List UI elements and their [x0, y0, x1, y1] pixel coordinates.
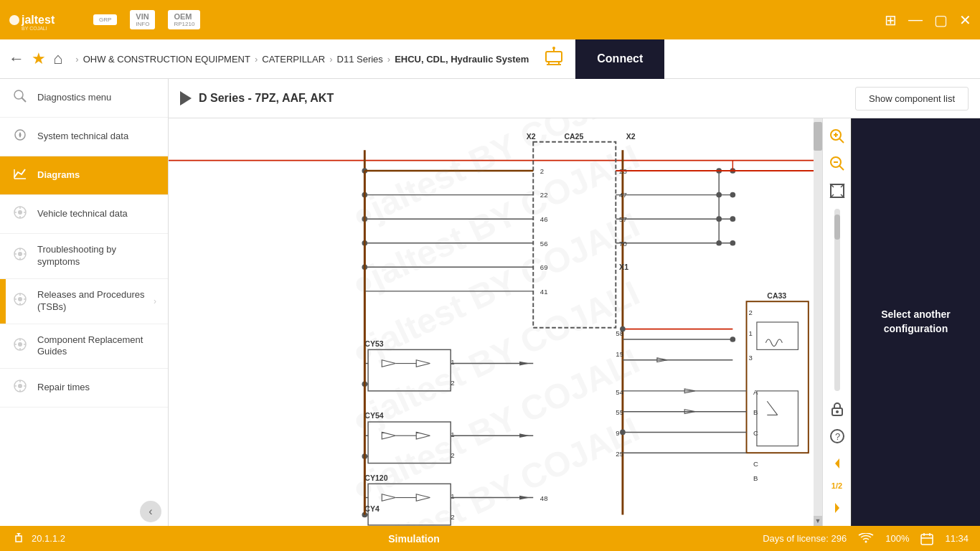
svg-text:1: 1: [748, 329, 752, 337]
svg-point-77: [730, 216, 736, 222]
svg-point-171: [836, 410, 839, 413]
bottombar: 20.1.1.2 Simulation Days of license: 296…: [0, 526, 980, 551]
bottombar-right: Days of license: 296 100% 11:34: [763, 532, 969, 545]
sidebar-collapse-area: ‹: [0, 501, 169, 522]
minimize-icon[interactable]: —: [908, 11, 923, 28]
sidebar-item-repair-times-label: Repair times: [37, 382, 156, 394]
usb-icon: [11, 533, 26, 545]
breadcrumb-item-3[interactable]: EHCU, CDL, Hydraulic System: [395, 54, 529, 65]
home-button[interactable]: ⌂: [53, 50, 62, 68]
svg-text:C: C: [753, 429, 758, 437]
sidebar-item-releases-procedures[interactable]: Releases and Procedures (TSBs) ›: [0, 279, 168, 324]
connect-button[interactable]: Connect: [575, 39, 664, 79]
sidebar-item-repair-times[interactable]: Repair times: [0, 369, 168, 408]
navbar-left: ← ★ ⌂ › OHW & CONSTRUCTION EQUIPMENT › C…: [0, 50, 543, 68]
diagnostics-menu-icon: [11, 89, 29, 107]
svg-point-74: [730, 192, 736, 198]
sidebar-item-system-technical-data[interactable]: System technical data: [0, 118, 168, 156]
diagram-area[interactable]: ●jaltest BY COJALI ●jaltest BY COJALI ●j…: [169, 118, 822, 526]
lock-icon[interactable]: [825, 397, 849, 421]
svg-text:CY4: CY4: [364, 504, 380, 513]
calendar-icon: [920, 532, 933, 545]
svg-text:jaltest: jaltest: [21, 14, 55, 26]
scrollbar-down-arrow[interactable]: ▼: [814, 516, 822, 526]
svg-point-128: [730, 336, 736, 342]
sidebar-item-component-replacement[interactable]: Component Replacement Guides: [0, 324, 168, 369]
close-icon[interactable]: ✕: [959, 11, 971, 29]
svg-text:2: 2: [451, 513, 454, 521]
svg-text:22: 22: [540, 191, 548, 199]
svg-text:2: 2: [540, 167, 544, 175]
connection-status-icon[interactable]: [543, 46, 565, 72]
help-icon[interactable]: ?: [825, 424, 849, 448]
show-component-list-button[interactable]: Show component list: [855, 87, 969, 110]
breadcrumb-sep-0: ›: [75, 54, 78, 65]
svg-text:3: 3: [748, 354, 752, 362]
grp-button[interactable]: GRP: [93, 14, 117, 25]
svg-point-27: [18, 297, 22, 301]
releases-arrow-icon: ›: [154, 296, 156, 306]
svg-text:C: C: [753, 460, 758, 468]
breadcrumb-item-1[interactable]: CATERPILLAR: [262, 54, 325, 65]
releases-icon: [11, 292, 29, 310]
arrow-right-button[interactable]: [825, 496, 849, 520]
svg-text:70: 70: [619, 240, 627, 248]
sidebar-item-troubleshooting-by-symptoms[interactable]: Troubleshooting by symptoms: [0, 234, 168, 279]
sidebar-item-diagnostics-menu[interactable]: Diagnostics menu: [0, 79, 168, 118]
svg-rect-3: [546, 52, 562, 62]
svg-text:BY COJALI: BY COJALI: [22, 26, 47, 31]
vertical-scroll-track[interactable]: [834, 209, 840, 391]
sidebar-item-diagrams-label: Diagrams: [37, 169, 156, 182]
favorites-button[interactable]: ★: [32, 50, 46, 68]
svg-text:57: 57: [619, 215, 627, 223]
maximize-icon[interactable]: ▢: [934, 11, 948, 29]
breadcrumb-item-0[interactable]: OHW & CONSTRUCTION EQUIPMENT: [83, 54, 250, 65]
breadcrumb-item-2[interactable]: D11 Series: [337, 54, 383, 65]
svg-text:48: 48: [540, 494, 548, 502]
sidebar-item-releases-label: Releases and Procedures (TSBs): [37, 289, 145, 314]
bottombar-left: 20.1.1.2: [11, 533, 65, 545]
content-header: D Series - 7PZ, AAF, AKT Show component …: [169, 79, 980, 118]
sidebar-item-vehicle-technical-data-label: Vehicle technical data: [37, 208, 156, 220]
sidebar-item-vehicle-technical-data[interactable]: Vehicle technical data: [0, 195, 168, 234]
svg-point-148: [620, 430, 626, 435]
sidebar-item-troubleshooting-label: Troubleshooting by symptoms: [37, 244, 156, 268]
topbar-right: ⊞ — ▢ ✕: [885, 11, 971, 29]
grp-label: GRP: [99, 17, 111, 23]
svg-text:69: 69: [540, 263, 548, 271]
component-replacement-icon: [11, 337, 29, 355]
zoom-out-button[interactable]: [825, 151, 849, 176]
troubleshooting-icon: [11, 247, 29, 265]
vertical-scrollbar[interactable]: ▼: [814, 118, 822, 526]
oem-button[interactable]: OEM RP1210: [168, 10, 200, 29]
navbar: ← ★ ⌂ › OHW & CONSTRUCTION EQUIPMENT › C…: [0, 39, 980, 79]
system-technical-data-icon: [11, 128, 29, 146]
simulation-label: Simulation: [388, 533, 440, 545]
grid-icon[interactable]: ⊞: [885, 11, 897, 29]
svg-text:CY53: CY53: [364, 339, 383, 348]
fit-to-screen-button[interactable]: [825, 179, 849, 203]
svg-text:CA25: CA25: [564, 132, 583, 141]
sidebar: Diagnostics menu System technical data D…: [0, 79, 169, 526]
header-actions: Show component list: [855, 87, 969, 110]
breadcrumb-sep-3: ›: [387, 54, 390, 65]
sidebar-item-diagrams[interactable]: Diagrams: [0, 156, 168, 195]
svg-line-163: [839, 138, 844, 143]
select-another-config-button[interactable]: Select anotherconfiguration: [851, 118, 980, 526]
vin-button[interactable]: VIN INFO: [130, 10, 155, 29]
svg-point-33: [18, 342, 22, 347]
scrollbar-thumb: [814, 122, 822, 151]
svg-point-0: [9, 15, 19, 25]
svg-text:2: 2: [451, 451, 454, 459]
arrow-left-button[interactable]: [825, 451, 849, 476]
svg-point-39: [18, 384, 22, 388]
svg-text:41: 41: [540, 288, 548, 296]
svg-marker-175: [835, 503, 839, 513]
svg-point-8: [552, 47, 555, 50]
select-another-config-label: Select anotherconfiguration: [881, 308, 950, 336]
zoom-in-button[interactable]: [825, 124, 849, 149]
svg-text:46: 46: [540, 215, 548, 223]
svg-text:1: 1: [451, 358, 454, 366]
sidebar-collapse-button[interactable]: ‹: [140, 501, 161, 522]
back-button[interactable]: ←: [9, 50, 24, 68]
